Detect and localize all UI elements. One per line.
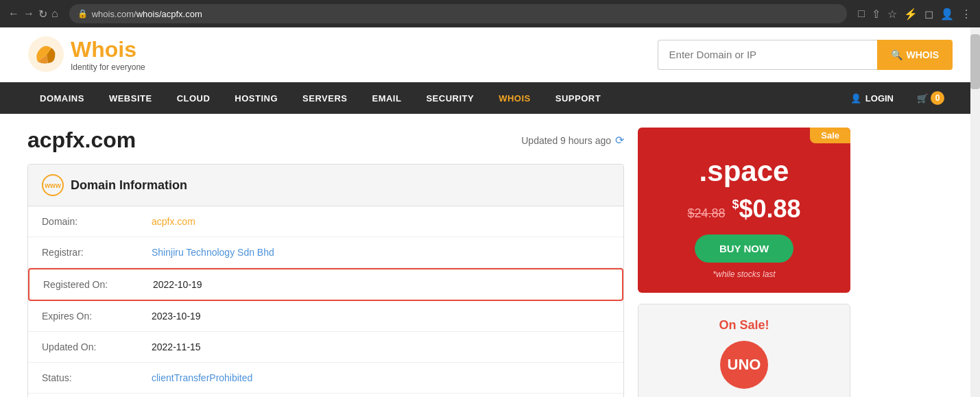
sale-badge: Sale (810, 128, 850, 143)
cart-icon: 🛒 (917, 93, 928, 104)
browser-chrome: ← → ↻ ⌂ 🔒 whois.com/whois/acpfx.com □ ⇧ … (0, 0, 980, 27)
search-button-label: WHOIS (907, 49, 939, 60)
url-base: whois.com/ (92, 9, 136, 19)
buy-now-button[interactable]: BUY NOW (695, 234, 793, 263)
search-input[interactable] (658, 40, 877, 70)
search-button[interactable]: 🔍 WHOIS (877, 40, 953, 70)
logo-text: Whois Identity for everyone (71, 37, 145, 72)
nav-item-hosting[interactable]: HOSTING (222, 82, 290, 114)
nav-item-servers[interactable]: SERVERS (290, 82, 359, 114)
info-row-registrar: Registrar: Shinjiru Technology Sdn Bhd (28, 237, 623, 268)
info-row-nameservers: Name Servers: autumn.ns.cloudflare.com c… (28, 394, 623, 397)
info-value-registered: 2022-10-19 (153, 279, 202, 290)
updated-text: Updated 9 hours ago (521, 135, 611, 146)
back-icon[interactable]: ← (8, 8, 19, 20)
browser-actions[interactable]: □ ⇧ ☆ ⚡ ◻ 👤 ⋮ (858, 8, 972, 21)
site-header: Whois Identity for everyone 🔍 WHOIS (0, 27, 980, 82)
info-label-updated: Updated On: (42, 341, 152, 352)
nav-item-website[interactable]: WEBSITE (97, 82, 165, 114)
browser-nav[interactable]: ← → ↻ ⌂ (8, 8, 58, 21)
nav-item-whois[interactable]: WHOIS (486, 82, 543, 114)
search-area[interactable]: 🔍 WHOIS (658, 40, 953, 70)
ad-card-uno: On Sale! UNO (638, 304, 850, 397)
lock-icon: 🔒 (77, 9, 88, 19)
nav-right: 👤 LOGIN 🛒 0 (838, 82, 953, 114)
address-bar[interactable]: 🔒 whois.com/whois/acpfx.com (69, 4, 848, 23)
right-panel: Sale .space $24.88 $$0.88 BUY NOW *while… (638, 128, 850, 397)
search-icon: 🔍 (891, 49, 903, 60)
info-value-updated: 2022-11-15 (152, 341, 201, 352)
www-icon: www (42, 174, 64, 196)
domain-title-row: acpfx.com Updated 9 hours ago ⟳ (27, 128, 624, 153)
nav-login[interactable]: 👤 LOGIN (838, 82, 906, 114)
info-value-status[interactable]: clientTransferProhibited (152, 372, 252, 383)
domain-title: acpfx.com (27, 128, 136, 153)
nav-item-support[interactable]: SUPPORT (543, 82, 613, 114)
logo-svg (27, 36, 65, 73)
nav-item-email[interactable]: EMAIL (359, 82, 414, 114)
main-content: acpfx.com Updated 9 hours ago ⟳ www Doma… (0, 114, 980, 397)
info-value-expires: 2023-10-19 (152, 311, 201, 322)
ad-note: *while stocks last (652, 269, 837, 279)
site-nav: DOMAINS WEBSITE CLOUD HOSTING SERVERS EM… (0, 82, 980, 114)
info-row-updated: Updated On: 2022-11-15 (28, 332, 623, 363)
logo-tagline: Identity for everyone (71, 62, 145, 72)
info-row-expires: Expires On: 2023-10-19 (28, 301, 623, 332)
reload-icon[interactable]: ↻ (38, 8, 47, 21)
info-card-title: Domain Information (71, 178, 187, 193)
split-icon[interactable]: ◻ (924, 8, 933, 21)
info-label-status: Status: (42, 372, 152, 383)
forward-icon[interactable]: → (23, 8, 34, 20)
cart-badge: 0 (931, 91, 944, 105)
login-label: LOGIN (865, 93, 894, 104)
nav-item-cloud[interactable]: CLOUD (165, 82, 223, 114)
refresh-icon[interactable]: ⟳ (615, 134, 624, 147)
info-label-expires: Expires On: (42, 311, 152, 322)
on-sale-label: On Sale! (719, 318, 769, 333)
domain-info-card: www Domain Information Domain: acpfx.com… (27, 164, 624, 397)
share-icon[interactable]: ⇧ (872, 8, 881, 21)
cast-icon[interactable]: □ (858, 8, 865, 20)
info-row-registered: Registered On: 2022-10-19 (28, 268, 623, 301)
nav-item-domains[interactable]: DOMAINS (27, 82, 97, 114)
url-path: whois/acpfx.com (136, 9, 202, 19)
home-icon[interactable]: ⌂ (51, 8, 58, 20)
info-card-header: www Domain Information (28, 165, 623, 206)
info-label-registered: Registered On: (43, 279, 153, 290)
scrollbar-thumb[interactable] (970, 34, 980, 89)
ad-new-price: $$0.88 (732, 195, 800, 224)
ad-card-space: Sale .space $24.88 $$0.88 BUY NOW *while… (638, 128, 850, 293)
info-value-domain: acpfx.com (152, 216, 195, 227)
scrollbar[interactable] (970, 27, 980, 397)
profile-icon[interactable]: 👤 (940, 8, 954, 21)
uno-circle: UNO (720, 341, 768, 389)
logo-area[interactable]: Whois Identity for everyone (27, 36, 145, 73)
ad-tld: .space (652, 155, 837, 188)
user-icon: 👤 (850, 93, 861, 104)
left-panel: acpfx.com Updated 9 hours ago ⟳ www Doma… (27, 128, 624, 397)
nav-cart[interactable]: 🛒 0 (909, 82, 953, 114)
updated-info: Updated 9 hours ago ⟳ (521, 134, 624, 147)
info-label-registrar: Registrar: (42, 247, 152, 258)
bookmark-icon[interactable]: ☆ (887, 8, 897, 21)
info-label-domain: Domain: (42, 216, 152, 227)
info-row-status: Status: clientTransferProhibited (28, 363, 623, 394)
ad-old-price: $24.88 (687, 206, 725, 221)
info-row-domain: Domain: acpfx.com (28, 206, 623, 237)
nav-item-security[interactable]: SECURITY (414, 82, 486, 114)
menu-icon[interactable]: ⋮ (961, 8, 972, 21)
extensions-icon[interactable]: ⚡ (904, 8, 918, 21)
url-text: whois.com/whois/acpfx.com (92, 9, 202, 19)
info-value-registrar[interactable]: Shinjiru Technology Sdn Bhd (152, 247, 274, 258)
logo-brand: Whois (71, 37, 145, 62)
ad-price-row: $24.88 $$0.88 (652, 195, 837, 224)
